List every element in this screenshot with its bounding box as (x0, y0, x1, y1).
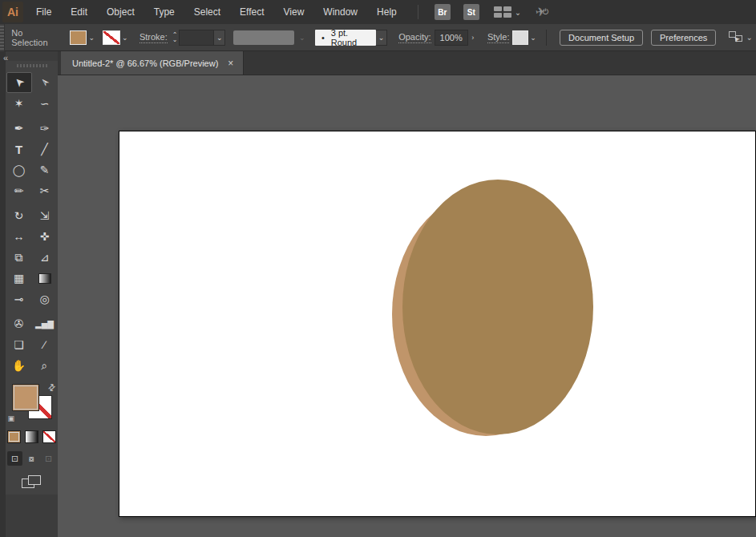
tool-pen[interactable]: ✒ (6, 118, 32, 139)
draw-inside-button: ⊡ (41, 451, 56, 466)
menu-object[interactable]: Object (97, 0, 144, 24)
tool-direct-selection[interactable]: ➢ (32, 72, 58, 93)
chevron-down-icon[interactable]: ⌄ (515, 8, 521, 17)
pen-tool-icon: ✒ (14, 122, 24, 135)
menu-help[interactable]: Help (367, 0, 406, 24)
tool-blend[interactable]: ◎ (32, 289, 58, 309)
brush-definition-select[interactable]: • 3 pt. Round (315, 30, 376, 46)
slice-tool-icon: ∕ (43, 338, 45, 351)
gradient-button[interactable] (25, 430, 38, 443)
document-setup-button[interactable]: Document Setup (560, 30, 643, 46)
opacity-label[interactable]: Opacity: (398, 32, 431, 43)
none-button[interactable] (42, 430, 56, 443)
tool-ellipse[interactable]: ◯ (6, 159, 32, 180)
opacity-expand-icon[interactable]: › (468, 30, 478, 45)
menu-view[interactable]: View (274, 0, 314, 24)
swap-fill-stroke-icon[interactable]: ⇄ (46, 382, 59, 394)
dock-edge (0, 51, 6, 537)
tool-puppet-warp[interactable]: ✜ (32, 226, 58, 247)
blend-tool-icon: ◎ (39, 293, 49, 305)
width-profile-chevron-icon: ⌄ (297, 30, 307, 45)
tool-width[interactable]: ↔ (6, 226, 32, 247)
tool-gradient[interactable] (32, 268, 58, 289)
draw-normal-button[interactable]: ⊡ (7, 451, 22, 466)
screen-mode-button[interactable] (22, 475, 42, 490)
tool-panel: ➤ ➢ ✶ ∽ ✒ ✑ T ╱ ◯ ✎ ✏ ✂ ↻ ⇲ ↔ ✜ ⧉ ⊿ ▦ (6, 61, 58, 495)
stroke-chevron-down-icon[interactable]: ⌄ (120, 30, 130, 45)
hand-tool-icon: ✋ (12, 359, 26, 372)
document-tab[interactable]: Untitled-2* @ 66.67% (RGB/Preview) × (61, 51, 244, 75)
ellipse-tool-icon: ◯ (13, 164, 26, 176)
stroke-color-swatch[interactable] (103, 30, 119, 45)
menu-edit[interactable]: Edit (61, 0, 97, 24)
toolbar-grip[interactable] (17, 64, 47, 67)
tool-magic-wand[interactable]: ✶ (6, 93, 32, 114)
menu-type[interactable]: Type (144, 0, 184, 24)
lasso-tool-icon: ∽ (40, 97, 50, 110)
tool-artboard[interactable]: ❏ (6, 334, 32, 355)
default-fill-stroke-icon[interactable]: ▣ (8, 414, 15, 422)
tool-hand[interactable]: ✋ (6, 355, 32, 376)
tool-scissors[interactable]: ✂ (32, 180, 58, 201)
stroke-weight-input[interactable] (179, 30, 214, 46)
tool-grid: ➤ ➢ ✶ ∽ ✒ ✑ T ╱ ◯ ✎ ✏ ✂ ↻ ⇲ ↔ ✜ ⧉ ⊿ ▦ (6, 72, 58, 376)
tool-column-graph[interactable]: ▂▅▇ (32, 313, 58, 334)
stroke-weight-chevron-icon[interactable]: ⌄ (214, 30, 225, 46)
arrange-icon[interactable]: ➤ (727, 30, 742, 45)
preferences-button[interactable]: Preferences (651, 30, 716, 46)
tool-line-segment[interactable]: ╱ (32, 139, 58, 159)
brush-chevron-icon[interactable]: ⌄ (376, 30, 387, 46)
tool-zoom[interactable]: ⌕ (32, 355, 58, 376)
menu-file[interactable]: File (26, 0, 61, 24)
fill-proxy-swatch[interactable] (12, 384, 39, 411)
menu-select[interactable]: Select (184, 0, 230, 24)
tool-scale[interactable]: ⇲ (32, 205, 58, 226)
tool-selection[interactable]: ➤ (6, 72, 32, 93)
tool-paintbrush[interactable]: ✎ (32, 159, 58, 180)
arrange-chevron-icon[interactable]: ⌄ (746, 33, 753, 42)
color-button[interactable] (7, 430, 21, 443)
close-tab-icon[interactable]: × (228, 58, 233, 69)
symbol-sprayer-tool-icon: ✇ (14, 317, 24, 330)
tool-shaper[interactable]: ✏ (6, 180, 32, 201)
controlbar-grip[interactable] (0, 24, 5, 51)
menu-window[interactable]: Window (313, 0, 367, 24)
tool-type[interactable]: T (6, 139, 32, 159)
column-graph-tool-icon: ▂▅▇ (35, 320, 54, 329)
tool-lasso[interactable]: ∽ (32, 93, 58, 114)
artboard[interactable] (119, 131, 756, 517)
front-ellipse-shape[interactable] (402, 180, 593, 434)
drawing-mode-buttons: ⊡ ⧇ ⊡ (6, 451, 58, 466)
stroke-weight-label[interactable]: Stroke: (139, 32, 168, 43)
brush-name: 3 pt. Round (331, 28, 370, 47)
stock-button[interactable]: St (463, 4, 479, 20)
style-chevron-icon[interactable]: ⌄ (528, 30, 538, 45)
stroke-weight-stepper[interactable]: ⌃ ⌄ (172, 33, 178, 42)
magic-wand-tool-icon: ✶ (14, 97, 24, 110)
bridge-button[interactable]: Br (435, 4, 451, 20)
menu-effect[interactable]: Effect (230, 0, 273, 24)
style-swatch[interactable] (512, 30, 528, 45)
tool-curvature[interactable]: ✑ (32, 118, 58, 139)
controlbar-separator (546, 30, 547, 46)
style-label[interactable]: Style: (487, 32, 510, 43)
fill-color-swatch[interactable] (70, 30, 87, 45)
draw-behind-button[interactable]: ⧇ (24, 451, 39, 466)
tool-shape-builder[interactable]: ⧉ (6, 247, 32, 268)
canvas-area[interactable] (58, 75, 756, 537)
eyedropper-tool-icon: ⊸ (14, 293, 24, 305)
menubar-separator (418, 5, 418, 19)
opacity-input[interactable]: 100% (435, 30, 468, 46)
direct-selection-tool-icon: ➢ (37, 75, 53, 91)
fill-chevron-down-icon[interactable]: ⌄ (87, 30, 96, 45)
tool-eyedropper[interactable]: ⊸ (6, 289, 32, 309)
shape-builder-tool-icon: ⧉ (15, 251, 23, 264)
tool-slice[interactable]: ∕ (32, 334, 58, 355)
tool-rotate[interactable]: ↻ (6, 205, 32, 226)
tool-symbol-sprayer[interactable]: ✇ (6, 313, 32, 334)
tool-perspective-grid[interactable]: ⊿ (32, 247, 58, 268)
workspace-switcher-icon[interactable] (494, 6, 511, 18)
stepper-down-icon[interactable]: ⌄ (172, 38, 178, 42)
tool-mesh[interactable]: ▦ (6, 268, 32, 289)
gpu-performance-icon[interactable]: ✈ (535, 4, 547, 20)
